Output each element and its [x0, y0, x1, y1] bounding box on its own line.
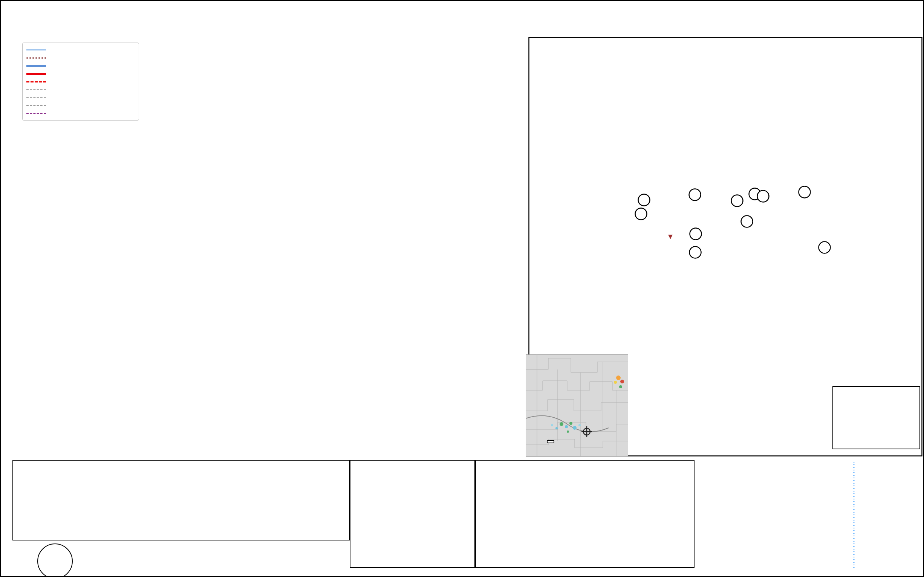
kinematics-table — [475, 460, 695, 568]
skewt-legend — [22, 43, 139, 121]
map-inset — [526, 355, 628, 457]
wetbulb-line-icon — [26, 49, 46, 50]
mlcape-line-icon — [26, 97, 46, 98]
legend-item — [26, 46, 135, 54]
virtualtemp-line-icon — [26, 57, 46, 59]
legend-item — [26, 85, 135, 93]
mini-panels — [696, 462, 922, 569]
panel2-title — [740, 464, 785, 479]
map-valid-label — [547, 440, 554, 443]
temperature-line-icon — [26, 73, 46, 75]
dwndrft-line-icon — [26, 113, 46, 114]
hodo-marker — [635, 208, 647, 220]
muecape-line-icon — [26, 81, 46, 82]
srh-bwd-box — [832, 386, 920, 449]
hodo-marker — [689, 189, 701, 201]
legend-item — [26, 70, 135, 77]
legend-item — [26, 54, 135, 62]
hodo-marker — [732, 195, 743, 207]
stp-header — [856, 392, 876, 401]
panel4-title — [834, 464, 881, 479]
dewpoint-line-icon — [26, 65, 46, 67]
ehi1-header — [877, 392, 896, 401]
moisture-table — [350, 460, 475, 568]
legend-item — [26, 101, 135, 109]
hodo-marker — [690, 228, 702, 240]
hodo-marker — [799, 187, 811, 198]
sounderpy-logo — [37, 543, 73, 577]
legend-item — [26, 109, 135, 117]
panel3-title — [787, 466, 832, 473]
legend-item — [26, 77, 135, 85]
dtm-marker — [668, 235, 673, 239]
hodo-marker — [638, 194, 650, 206]
hodo-marker — [819, 242, 830, 253]
hodo-marker — [690, 247, 701, 258]
scp-header — [836, 392, 856, 401]
ehi3-header — [897, 392, 916, 401]
thermo-table — [13, 460, 350, 540]
sbcape-line-icon — [26, 89, 46, 90]
legend-item — [26, 62, 135, 70]
map-background — [526, 355, 628, 457]
sounderpy-screenshot — [0, 0, 924, 577]
hodo-marker — [758, 190, 769, 202]
legend-item — [26, 93, 135, 101]
panel1-title — [696, 464, 738, 472]
mucape-line-icon — [26, 105, 46, 106]
hodo-marker — [741, 216, 753, 227]
